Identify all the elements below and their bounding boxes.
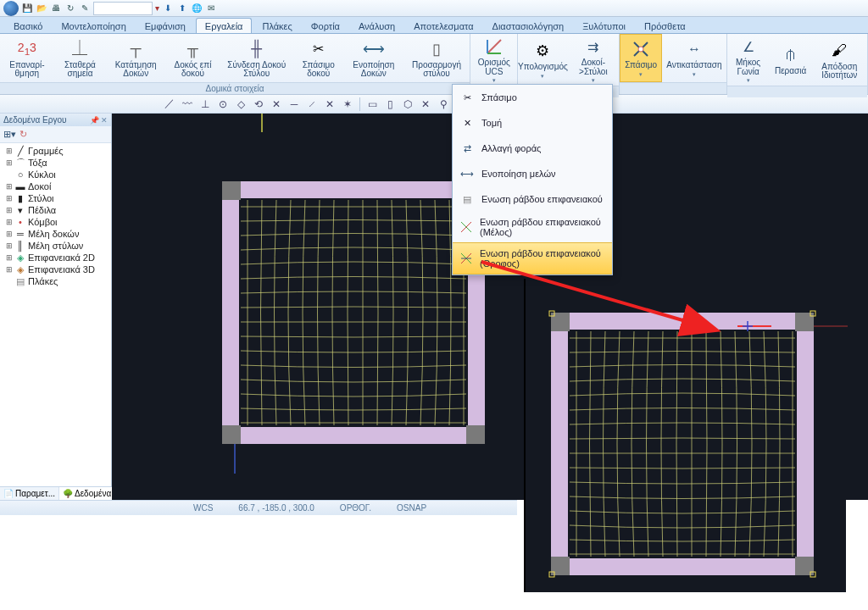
axis-marker xyxy=(231,444,256,478)
svg-rect-25 xyxy=(795,557,814,575)
inset-viewport[interactable] xyxy=(524,279,846,592)
footing-icon: ▾ xyxy=(15,205,25,215)
structural-mesh xyxy=(222,181,485,444)
dd-join-surf-level[interactable]: Ενωση ράβδου επιφανειακού (Οροφος) xyxy=(453,242,612,274)
qat-save-icon[interactable]: 💾 xyxy=(21,3,33,14)
tree-item-arcs[interactable]: ⊞⌒Τόξα xyxy=(0,157,111,169)
status-ortho[interactable]: ΟΡΘΟΓ. xyxy=(340,503,371,513)
ritem-break-beam[interactable]: Σπάσιμο δοκού xyxy=(293,34,344,82)
svg-rect-8 xyxy=(222,181,241,200)
ribbon: 213Επαναρί- θμηση ⏊Σταθερά σημεία ┬Κατάτ… xyxy=(0,34,868,95)
surf2d-icon: ◈ xyxy=(15,252,25,263)
refresh-icon[interactable]: ↻ xyxy=(19,129,27,140)
tool-dash-icon[interactable]: ─ xyxy=(287,97,302,112)
status-wcs: WCS xyxy=(193,503,213,513)
tab-formwork[interactable]: Ξυλότυποι xyxy=(574,19,634,33)
ribbon-tab-strip: Βασικό Μοντελοποίηση Εμφάνιση Εργαλεία Π… xyxy=(0,17,868,34)
tool-cross-icon[interactable]: ✕ xyxy=(418,97,433,112)
dd-join-surf[interactable]: ▤Ενωση ράβδου επιφανειακού xyxy=(453,186,612,212)
tool-polyline-icon[interactable]: 〰 xyxy=(180,97,195,112)
tab-dimensioning[interactable]: Διαστασιολόγηση xyxy=(484,19,573,33)
tool-explode-icon[interactable]: ✶ xyxy=(340,97,355,112)
tool-magnet-icon[interactable]: ⚲ xyxy=(436,97,451,112)
tab-slabs[interactable]: Πλάκες xyxy=(253,19,300,33)
ritem-replace[interactable]: ↔Αντικατάσταση xyxy=(662,34,726,82)
tree-icon[interactable]: ⊞▾ xyxy=(3,129,16,140)
ritem-convert[interactable]: ⇉Δοκοί->Στύλοι xyxy=(568,34,620,86)
pin-icon[interactable]: 📌 xyxy=(90,116,99,125)
tool-ext-icon[interactable]: ⟋ xyxy=(304,97,320,112)
ritem-calc[interactable]: ⚙Υπολογισμός xyxy=(518,34,567,86)
qat-mail-icon[interactable]: ✉ xyxy=(205,3,217,14)
ritem-length-angle[interactable]: ∠Μήκος Γωνία xyxy=(727,34,770,86)
qat-open-icon[interactable]: 📂 xyxy=(36,3,47,14)
inset-mesh xyxy=(526,279,848,592)
tool-perp-icon[interactable]: ⊥ xyxy=(198,97,213,112)
tool-snap-icon[interactable]: ✕ xyxy=(322,97,337,112)
ritem-adjust-column[interactable]: ▯Προσαρμογή στύλου xyxy=(403,34,470,82)
dd-reverse[interactable]: ⇄Αλλαγή φοράς xyxy=(453,136,612,161)
tree-item-columns[interactable]: ⊞▮Στύλοι xyxy=(0,192,111,204)
tree-item-circles[interactable]: ○Κύκλοι xyxy=(0,169,111,180)
circle-icon: ○ xyxy=(15,169,25,180)
tool-rotate-icon[interactable]: ⟲ xyxy=(251,97,266,112)
tab-basic[interactable]: Βασικό xyxy=(5,19,51,33)
ritem-props[interactable]: 🖌Απόδοση Ιδιοτήτων xyxy=(812,34,867,86)
tab-results[interactable]: Αποτελεσματα xyxy=(405,19,481,33)
dd-merge[interactable]: ⟷Ενοποίηση μελών xyxy=(453,161,612,186)
sidebar-tab-params[interactable]: 📄Παραμετ... xyxy=(0,487,59,500)
ritem-ucs[interactable]: Ορισμός UCS xyxy=(470,34,517,86)
qat-refresh-icon[interactable]: ↻ xyxy=(64,3,76,14)
tab-analysis[interactable]: Ανάλυση xyxy=(350,19,403,33)
close-icon[interactable]: ✕ xyxy=(101,116,108,125)
axis-marker-top xyxy=(258,114,266,132)
qat-print-icon[interactable]: 🖶 xyxy=(50,3,62,14)
tree-item-surf2d[interactable]: ⊞◈Επιφανειακά 2D xyxy=(0,252,111,263)
ritem-align[interactable]: ⫛Περασιά xyxy=(770,34,812,86)
tree-item-lines[interactable]: ⊞╱Γραμμές xyxy=(0,145,111,157)
dd-break[interactable]: ✂Σπάσιμο xyxy=(453,85,612,110)
ritem-break[interactable]: Σπάσιμο xyxy=(620,34,662,82)
column-icon: ▮ xyxy=(15,193,25,203)
tool-center-icon[interactable]: ⊙ xyxy=(215,97,231,112)
tool-hex-icon[interactable]: ⬡ xyxy=(400,97,415,112)
ritem-fixed-points[interactable]: ⏊Σταθερά σημεία xyxy=(54,34,106,82)
tab-loads[interactable]: Φορτία xyxy=(303,19,348,33)
tree-item-beams[interactable]: ⊞▬Δοκοί xyxy=(0,180,111,192)
ritem-beam-split[interactable]: ┬Κατάτμηση Δοκών xyxy=(106,34,165,82)
svg-rect-21 xyxy=(568,330,797,558)
search-input[interactable] xyxy=(93,2,153,15)
qat-down-icon[interactable]: ⬇ xyxy=(162,3,174,14)
qat-globe-icon[interactable]: 🌐 xyxy=(191,3,203,14)
sidebar-title: Δεδομένα Εργου xyxy=(3,115,66,125)
tool-rect2-icon[interactable]: ▯ xyxy=(382,97,398,112)
tab-tools[interactable]: Εργαλεία xyxy=(196,18,253,33)
ritem-beam-on-beam[interactable]: ╥Δοκός επί δοκού xyxy=(165,34,220,82)
tab-modeling[interactable]: Μοντελοποίηση xyxy=(53,19,134,33)
tree-item-slabs[interactable]: ▤Πλάκες xyxy=(0,275,111,287)
ritem-beam-column[interactable]: ╫Σύνδεση Δοκού Στύλου xyxy=(220,34,293,82)
dropdown-icon[interactable]: ▾ xyxy=(155,3,159,13)
qat-up-icon[interactable]: ⬆ xyxy=(176,3,188,14)
app-icon[interactable] xyxy=(3,1,19,16)
dd-cut[interactable]: ✕Τομή xyxy=(453,110,612,136)
tree-item-beam-members[interactable]: ⊞═Μέλη δοκών xyxy=(0,228,111,240)
tab-view[interactable]: Εμφάνιση xyxy=(136,19,194,33)
ritem-merge-beams[interactable]: ⟷Ενοποίηση Δοκών xyxy=(344,34,403,82)
qat-settings-icon[interactable]: ✎ xyxy=(79,3,91,14)
break-icon xyxy=(632,40,650,58)
tree-item-nodes[interactable]: ⊞•Κόμβοι xyxy=(0,216,111,228)
tool-line-icon[interactable]: ／ xyxy=(162,97,177,112)
ritem-renumber[interactable]: 213Επαναρί- θμηση xyxy=(0,34,54,82)
tree-item-column-members[interactable]: ⊞║Μέλη στύλων xyxy=(0,240,111,252)
tab-addons[interactable]: Πρόσθετα xyxy=(636,19,694,33)
tool-diamond-icon[interactable]: ◇ xyxy=(233,97,248,112)
doc-icon: 📄 xyxy=(3,489,14,498)
dd-join-surf-member[interactable]: Ενωση ράβδου επιφανειακού (Μέλος) xyxy=(453,212,612,242)
status-osnap[interactable]: OSNAP xyxy=(397,503,426,513)
tree-item-surf3d[interactable]: ⊞◈Επιφανειακά 3D xyxy=(0,263,111,275)
tree-item-footings[interactable]: ⊞▾Πέδιλα xyxy=(0,204,111,216)
tool-intersect-icon[interactable]: ✕ xyxy=(269,97,284,112)
tool-rect-icon[interactable]: ▭ xyxy=(364,97,380,112)
svg-rect-10 xyxy=(222,425,241,444)
